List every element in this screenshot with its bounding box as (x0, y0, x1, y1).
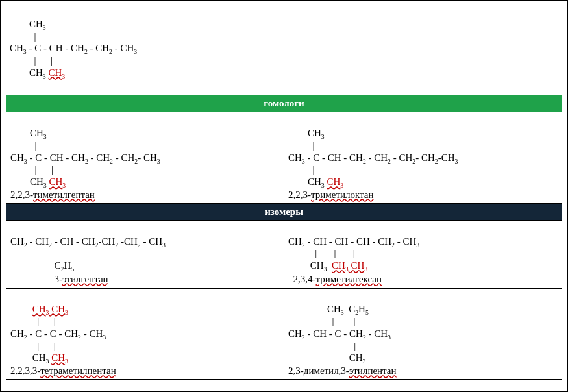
cell-homolog-1: CH3 | CH3 - C - CH - CH2 - CH2 - CH2- CH… (6, 112, 284, 204)
i1-l1: CH2 - CH2 - CH - CH2-CH2 -CH2 - CH3 (10, 236, 166, 247)
i4-l3: CH2 - CH - C - CH2 - CH3 (288, 328, 391, 339)
cell-isomer-1: CH2 - CH2 - CH - CH2-CH2 -CH2 - CH3 | C2… (6, 220, 284, 288)
cell-isomer-3: CH3 CH3 | | CH2 - C - C - CH2 - CH3 | | … (6, 288, 284, 380)
cell-isomer-2: CH2 - CH - CH - CH - CH2 - CH3 | | | CH3… (284, 220, 562, 288)
page: CH3 | CH3 - C - CH - CH2 - CH2 - CH3 | |… (0, 0, 568, 392)
top-formula-line3: CH3 - C - CH - CH2 - CH2 - CH3 (10, 43, 137, 53)
top-formula-line5a: CH3 (10, 67, 48, 78)
i4-l4: | (288, 341, 356, 351)
top-formula: CH3 | CH3 - C - CH - CH2 - CH2 - CH3 | |… (6, 5, 562, 95)
h2-l5b: CH3 (327, 177, 343, 187)
i4-name-b: этилпентан (349, 365, 397, 376)
h1-l5b: CH3 (49, 177, 66, 187)
i3-l2: | | (10, 316, 56, 326)
h1-l1: CH3 (10, 128, 47, 138)
i3-name-b: тетраметилпентан (40, 365, 116, 376)
h2-name-b: триметилоктан (311, 190, 374, 200)
i4-l1: CH3 C2H5 (288, 304, 369, 314)
i3-name-a: 2,2,3,3- (10, 365, 40, 376)
i2-name-pre: 2,3,4- (288, 274, 316, 284)
i3-l3: CH2 - C - C - CH2 - CH3 (10, 328, 106, 339)
top-formula-line4: | | (10, 55, 53, 66)
i3-l1a (10, 304, 32, 314)
top-formula-line1: CH3 (10, 19, 46, 29)
top-formula-line5b: CH3 (48, 67, 65, 78)
top-formula-line2: | (10, 31, 36, 42)
i3-l5b: CH3 (51, 352, 68, 363)
h2-l2: | (288, 140, 315, 151)
h2-name-a: 2,2,3- (288, 190, 311, 200)
h2-l1: CH3 (288, 128, 325, 138)
i3-l1b: CH3 CH3 (32, 304, 68, 314)
i3-l5a: CH3 (10, 352, 51, 363)
i2-name-b: триметилгексан (316, 274, 382, 284)
i4-l5: CH3 (288, 352, 365, 363)
i1-l3: C2H5 (10, 260, 74, 271)
i3-l4: | | (10, 341, 56, 351)
cell-isomer-4: CH3 C2H5 | | CH2 - CH - C - CH2 - CH3 | … (284, 288, 562, 380)
header-isomers: изомеры (6, 203, 562, 220)
i2-l3a: CH3 (288, 260, 332, 271)
i2-l2: | | | (288, 248, 355, 258)
i1-l2: | (10, 248, 61, 258)
i1-name-b: этилгептан (62, 274, 108, 284)
i4-name-a: 2,3-диметил,3- (288, 365, 349, 376)
h2-l3: CH3 - C - CH - CH2 - CH2 - CH2- CH2-CH3 (288, 153, 458, 163)
content-table: гомологи CH3 | CH3 - C - CH - CH2 - CH2 … (6, 95, 562, 380)
i2-l3b: CH3 CH3 (332, 260, 367, 271)
h1-name-a: 2,2,3- (10, 190, 33, 200)
i2-l1: CH2 - CH - CH - CH - CH2 - CH3 (288, 236, 419, 247)
header-homologs: гомологи (6, 95, 562, 112)
i1-name-pre: 3- (10, 274, 62, 284)
h1-l3: CH3 - C - CH - CH2 - CH2 - CH2- CH3 (10, 153, 160, 163)
h1-l2: | (10, 140, 37, 151)
h2-l5a: CH3 (288, 177, 327, 187)
h1-l4: | | (10, 164, 53, 175)
h1-name-b: тиметилгептан (33, 190, 95, 200)
h2-l4: | | (288, 164, 331, 175)
h1-l5a: CH3 (10, 177, 49, 187)
cell-homolog-2: CH3 | CH3 - C - CH - CH2 - CH2 - CH2- CH… (284, 112, 562, 204)
i4-l2: | | (288, 316, 356, 326)
